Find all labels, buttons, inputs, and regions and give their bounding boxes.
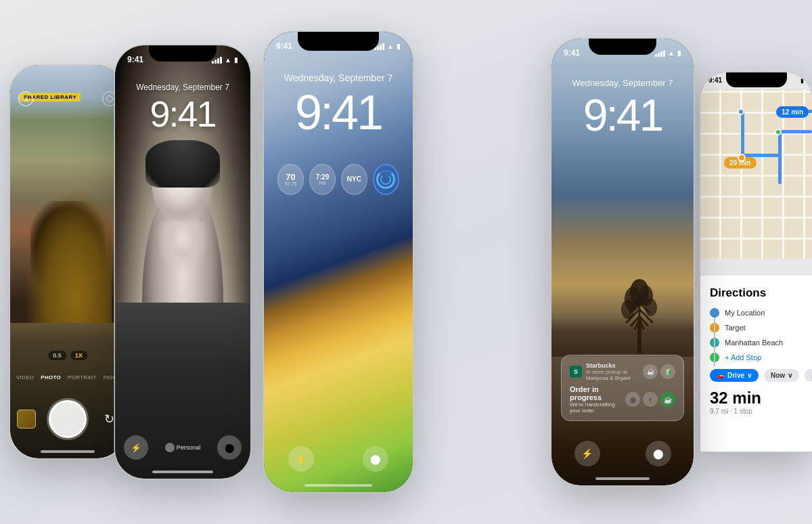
home-bar xyxy=(304,484,372,487)
map-panel: Directions My Location Target Manhatt xyxy=(700,276,812,452)
phone-bw-lockscreen: 9:41 ▲ ▮ Wednesday, September 7 9:41 ⚡ xyxy=(115,45,250,479)
horse-silhouette xyxy=(30,201,105,282)
directions-title: Directions xyxy=(710,286,803,300)
notch xyxy=(298,32,379,51)
bw-bottom-controls: ⚡ Personal ⬤ xyxy=(115,435,250,460)
bw-lock-date: Wednesday, September 7 xyxy=(115,83,250,92)
chevron-up-icon[interactable]: ∧ xyxy=(18,91,33,106)
gallery-thumbnail[interactable] xyxy=(17,410,36,429)
mode-photo[interactable]: PHOTO xyxy=(41,374,61,380)
battery-icon: ▮ xyxy=(234,56,238,64)
notif-action-row: Order in progress We're handcrafting you… xyxy=(570,385,675,414)
camera-lock-button[interactable]: ⬤ xyxy=(646,441,671,466)
drive-icon: 🚗 xyxy=(717,372,725,379)
svg-rect-5 xyxy=(637,320,641,353)
notif-share-btn[interactable]: ↑ xyxy=(643,392,658,407)
smile-area xyxy=(156,221,210,276)
color-bottom-controls: ⚡ ⬤ xyxy=(264,446,413,472)
camera-top-controls: ∧ xyxy=(10,91,125,106)
camera-zoom-controls: 0.5 1X xyxy=(48,351,87,360)
notif-app-icons: ☕ 🧃 xyxy=(643,364,675,379)
camera-lock-button[interactable]: ⬤ xyxy=(363,446,388,472)
route-label-target: Target xyxy=(725,324,803,332)
home-bar xyxy=(595,477,650,480)
notif-location: Mariposa & Bryant xyxy=(586,375,639,381)
alarm-widget: 7:29 PM xyxy=(309,164,336,195)
camera-icon: ⬤ xyxy=(653,448,664,459)
flashlight-icon: ⚡ xyxy=(581,448,593,459)
wifi-icon: ▲ xyxy=(668,49,675,57)
map-view[interactable]: 12 min 20 min xyxy=(700,89,812,259)
map-time-block: 32 min 9.7 mi · 1 stop xyxy=(710,389,803,415)
route-item-manhattan: Manhattan Beach xyxy=(710,338,803,347)
notif-icon-btn-2[interactable]: 🧃 xyxy=(660,364,675,379)
zoom-1x-button[interactable]: 1X xyxy=(70,351,87,360)
home-bar xyxy=(152,471,213,473)
flashlight-button[interactable]: ⚡ xyxy=(574,441,600,466)
camera-bottom-controls: ↻ xyxy=(10,400,125,438)
map-action-buttons: 🚗 Drive ∨ Now ∨ Avoid ∨ xyxy=(710,369,803,382)
drive-label: Drive xyxy=(727,372,744,379)
color-widgets: 70 57 75 7:29 PM NYC xyxy=(277,164,399,195)
battery-icon: ▮ xyxy=(397,43,401,50)
camera-modes: VIDEO PHOTO PORTRAIT PANO xyxy=(10,374,125,380)
activity-widget xyxy=(373,164,399,195)
battery-icon: ▮ xyxy=(800,77,804,84)
maps-status-bar: 9:41 ▮ xyxy=(708,77,804,84)
route-item-mylocation: My Location xyxy=(710,308,803,318)
drive-chevron: ∨ xyxy=(747,372,752,379)
status-time: 9:41 xyxy=(708,77,722,84)
camera-viewfinder xyxy=(10,66,125,458)
route-dot-start xyxy=(710,308,719,318)
route-label-manhattan: Manhattan Beach xyxy=(725,339,803,347)
route-label-mylocation: My Location xyxy=(725,309,803,317)
status-icons: ▲ ▮ xyxy=(655,48,681,58)
widget-city: NYC xyxy=(347,176,361,183)
phone-camera: SHARED LIBRARY ∧ 0.5 1X VIDEO PHOTO PORT… xyxy=(10,66,125,458)
route-connector xyxy=(714,318,715,366)
route-line-4 xyxy=(778,130,812,133)
now-button[interactable]: Now ∨ xyxy=(764,369,799,382)
starbucks-icon: S xyxy=(570,366,582,378)
flashlight-button[interactable]: ⚡ xyxy=(288,446,314,472)
mode-video[interactable]: VIDEO xyxy=(16,374,34,380)
widget-alarm-period: PM xyxy=(319,181,326,185)
widget-range: 57 75 xyxy=(285,181,297,186)
time-badge-12min: 12 min xyxy=(776,106,809,118)
status-time: 9:41 xyxy=(127,55,143,64)
shutter-button[interactable] xyxy=(49,400,87,438)
start-pin xyxy=(738,108,744,115)
notif-pickup-label: In store pickup at xyxy=(586,369,639,375)
notif-location-btn[interactable]: ◎ xyxy=(625,392,640,407)
status-icons: ▮ xyxy=(800,77,804,84)
total-time: 32 min xyxy=(710,389,803,408)
notif-confirm-btn[interactable]: ☕ xyxy=(660,392,675,407)
flashlight-button[interactable]: ⚡ xyxy=(124,435,148,460)
home-bar xyxy=(41,450,95,453)
battery-icon: ▮ xyxy=(677,49,681,57)
profile-selector[interactable]: Personal xyxy=(165,443,201,452)
phone-color-lockscreen: 9:41 ▲ ▮ Wednesday, September 7 9:41 70 xyxy=(264,32,413,492)
zoom-0.5-button[interactable]: 0.5 xyxy=(48,351,66,360)
phones-container: SHARED LIBRARY ∧ 0.5 1X VIDEO PHOTO PORT… xyxy=(0,0,812,524)
inner-ring xyxy=(380,174,391,185)
joshua-bottom-controls: ⚡ ⬤ xyxy=(551,441,694,466)
route-list: My Location Target Manhattan Beach + Add… xyxy=(710,308,803,362)
activity-ring xyxy=(376,170,395,189)
notif-order-subtitle: We're handcrafting your order xyxy=(570,401,625,414)
notif-icon-btn-1[interactable]: ☕ xyxy=(643,364,658,379)
drive-button[interactable]: 🚗 Drive ∨ xyxy=(710,369,759,382)
mode-portrait[interactable]: PORTRAIT xyxy=(68,374,97,380)
notch xyxy=(149,45,217,62)
camera-bg xyxy=(10,120,125,323)
route-item-addstop[interactable]: + Add Stop xyxy=(710,353,803,362)
notif-meta: Starbucks In store pickup at Mariposa & … xyxy=(586,362,639,381)
notif-text: Order in progress We're handcrafting you… xyxy=(570,385,625,414)
camera-lock-button[interactable]: ⬤ xyxy=(217,435,242,460)
joshua-tree-svg xyxy=(616,265,663,353)
city-widget: NYC xyxy=(341,164,367,195)
weather-widget: 70 57 75 xyxy=(277,164,304,195)
avoid-button[interactable]: Avoid ∨ xyxy=(805,369,812,382)
route-item-target: Target xyxy=(710,323,803,332)
status-time: 9:41 xyxy=(276,41,292,51)
